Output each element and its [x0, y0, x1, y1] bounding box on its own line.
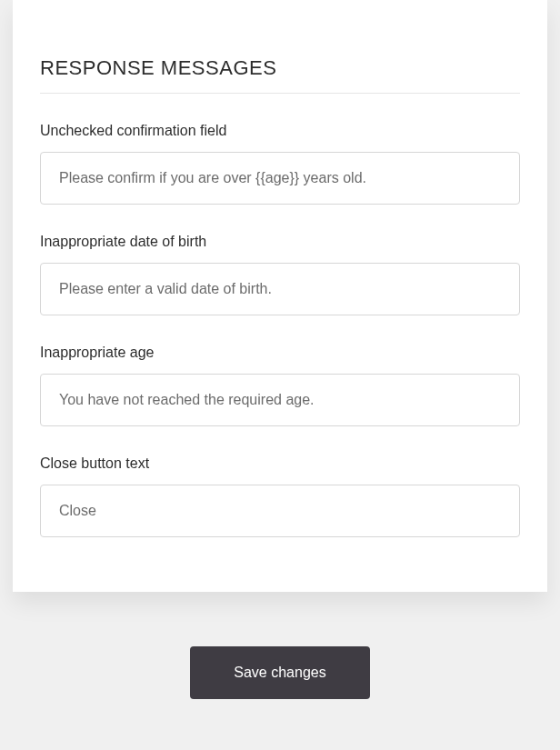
save-button-container: Save changes [0, 646, 560, 699]
field-inappropriate-dob: Inappropriate date of birth [40, 234, 520, 315]
save-changes-button[interactable]: Save changes [190, 646, 369, 699]
label-inappropriate-age: Inappropriate age [40, 345, 520, 361]
field-unchecked-confirmation: Unchecked confirmation field [40, 123, 520, 205]
input-close-button-text[interactable] [40, 485, 520, 537]
input-unchecked-confirmation[interactable] [40, 152, 520, 205]
settings-card: RESPONSE MESSAGES Unchecked confirmation… [13, 0, 547, 592]
field-inappropriate-age: Inappropriate age [40, 345, 520, 426]
label-inappropriate-dob: Inappropriate date of birth [40, 234, 520, 250]
input-inappropriate-age[interactable] [40, 374, 520, 426]
field-close-button-text: Close button text [40, 455, 520, 537]
input-inappropriate-dob[interactable] [40, 263, 520, 315]
label-close-button-text: Close button text [40, 455, 520, 472]
label-unchecked-confirmation: Unchecked confirmation field [40, 123, 520, 139]
section-title: RESPONSE MESSAGES [40, 0, 520, 94]
